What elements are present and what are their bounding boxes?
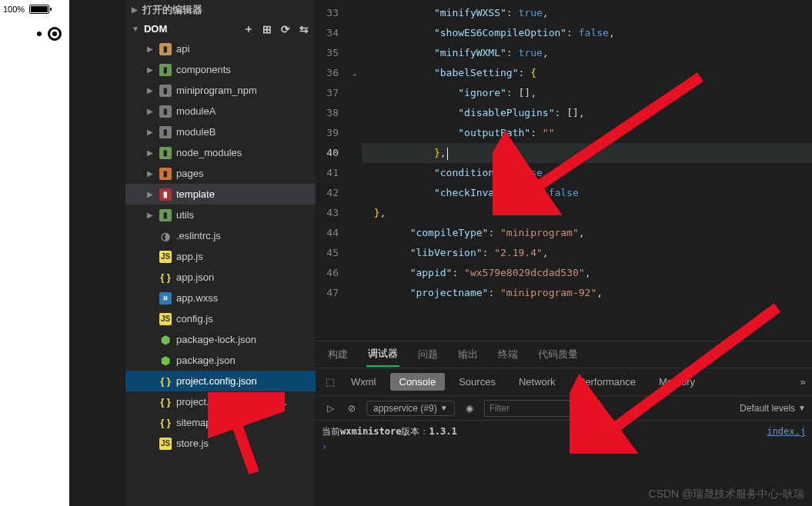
file-icon: { } — [159, 396, 172, 408]
file-icon: JS — [159, 438, 172, 450]
chevron-right-icon: › — [322, 441, 332, 452]
console-message: 当前wxministore版本：1.3.1 index.j — [322, 424, 806, 439]
file-label: store.js — [176, 438, 209, 449]
file-label: config.js — [176, 313, 213, 325]
folder-icon: ▮ — [159, 126, 172, 138]
console-prompt-line[interactable]: › — [322, 439, 806, 454]
log-levels-selector[interactable]: Default levels ▼ — [733, 401, 812, 415]
folder-components[interactable]: ▶▮components — [125, 59, 316, 80]
chevron-right-icon: ▶ — [147, 107, 155, 115]
chevron-right-icon: ▶ — [147, 86, 155, 95]
more-tabs-icon[interactable]: » — [794, 376, 812, 388]
folder-label: node_modules — [176, 147, 242, 158]
folder-icon: ▮ — [159, 188, 172, 201]
code-content[interactable]: "minifyWXSS": true, "showES6CompileOptio… — [362, 0, 812, 341]
chevron-down-icon: ▼ — [798, 404, 806, 412]
devtools-tabs: ⬚ WxmlConsoleSourcesNetworkPerformanceMe… — [316, 368, 812, 396]
console-toolbar: ▷ ⊘ appservice (#9) ▼ ◉ Default levels ▼ — [316, 396, 812, 421]
file-icon: ⌗ — [159, 292, 172, 305]
panel-tab-0[interactable]: 构建 — [326, 343, 349, 366]
panel-tab-3[interactable]: 输出 — [456, 343, 480, 366]
open-editors-label: 打开的编辑器 — [142, 3, 202, 17]
folder-label: template — [176, 188, 215, 200]
device-blank-area — [0, 49, 69, 506]
file-icon: JS — [159, 251, 172, 263]
panel-tab-1[interactable]: 调试器 — [366, 342, 399, 367]
open-editors-header[interactable]: ▶ 打开的编辑器 — [125, 0, 316, 19]
panel-tab-4[interactable]: 终端 — [496, 343, 520, 366]
file-icon: { } — [159, 271, 172, 284]
panel-tabs-primary: 构建调试器问题输出终端代码质量 — [316, 341, 812, 368]
devtools-tab-sources[interactable]: Sources — [449, 373, 505, 391]
devtools-tab-wxml[interactable]: Wxml — [342, 373, 386, 391]
chevron-right-icon: ▶ — [147, 190, 155, 198]
folder-icon: ▮ — [159, 85, 172, 97]
file-label: .eslintrc.js — [176, 230, 221, 241]
filter-input[interactable] — [484, 400, 600, 417]
new-file-icon[interactable]: ＋ — [242, 22, 256, 36]
folder-label: pages — [176, 168, 203, 179]
folder-moduleA[interactable]: ▶▮moduleA — [125, 101, 316, 122]
file-config-js[interactable]: JSconfig.js — [125, 308, 316, 329]
chevron-right-icon: ▶ — [147, 148, 155, 157]
chevron-right-icon: ▶ — [147, 211, 155, 219]
project-root-header[interactable]: ▼ DOM ＋ ⊞ ⟳ ⇆ — [125, 19, 316, 38]
devtools-tab-console[interactable]: Console — [390, 373, 446, 391]
file--eslintrc-js[interactable]: ◑.eslintrc.js — [125, 225, 316, 246]
devtools-tab-performance[interactable]: Performance — [570, 373, 645, 391]
context-label: appservice (#9) — [373, 403, 437, 414]
file-project-private-config-js---[interactable]: { }project.private.config.js... — [125, 391, 316, 412]
folder-icon: ▮ — [159, 209, 172, 221]
file-store-js[interactable]: JSstore.js — [125, 433, 316, 454]
file-project-config-json[interactable]: { }project.config.json — [125, 371, 316, 391]
folder-node_modules[interactable]: ▶▮node_modules — [125, 142, 316, 163]
devtools-tab-network[interactable]: Network — [510, 373, 565, 391]
devtools-tab-memory[interactable]: Memory — [650, 373, 704, 391]
folder-miniprogram_npm[interactable]: ▶▮miniprogram_npm — [125, 80, 316, 101]
play-icon[interactable]: ▷ — [323, 403, 337, 414]
folder-moduleB[interactable]: ▶▮moduleB — [125, 122, 316, 142]
folder-icon: ▮ — [159, 168, 172, 180]
file-label: project.config.json — [176, 375, 257, 387]
panel-tab-5[interactable]: 代码质量 — [536, 343, 580, 366]
target-icon[interactable] — [48, 27, 62, 41]
chevron-right-icon: ▶ — [147, 65, 155, 74]
refresh-icon[interactable]: ⟳ — [279, 23, 292, 35]
folder-label: api — [176, 43, 189, 55]
chevron-right-icon: ▶ — [132, 5, 138, 14]
clear-icon[interactable]: ⊘ — [345, 403, 359, 414]
code-editor[interactable]: 333435363738394041424344454647 ⌄ "minify… — [316, 0, 812, 341]
folder-label: moduleB — [176, 126, 216, 138]
folder-icon: ▮ — [159, 105, 172, 118]
file-label: app.js — [176, 251, 203, 262]
context-selector[interactable]: appservice (#9) ▼ — [366, 401, 455, 416]
collapse-icon[interactable]: ⇆ — [297, 23, 311, 35]
folder-label: moduleA — [176, 105, 216, 117]
panel-tab-2[interactable]: 问题 — [416, 343, 439, 366]
file-label: project.private.config.js... — [176, 396, 287, 408]
folder-label: components — [176, 64, 231, 75]
explorer-sidebar: ▶ 打开的编辑器 ▼ DOM ＋ ⊞ ⟳ ⇆ ▶▮api▶▮components… — [125, 0, 316, 506]
source-link[interactable]: index.j — [767, 426, 806, 437]
file-icon: ◑ — [159, 230, 172, 242]
file-package-lock-json[interactable]: ⬢package-lock.json — [125, 329, 316, 350]
file-app-wxss[interactable]: ⌗app.wxss — [125, 288, 316, 308]
inspect-icon[interactable]: ⬚ — [323, 376, 337, 388]
folder-api[interactable]: ▶▮api — [125, 38, 316, 59]
chevron-down-icon: ▼ — [440, 404, 448, 412]
file-sitemap-json[interactable]: { }sitemap.json — [125, 412, 316, 433]
file-app-json[interactable]: { }app.json — [125, 267, 316, 288]
levels-label: Default levels — [740, 403, 795, 414]
watermark-text: CSDN @瑞晟技术服务中心-耿瑞 — [649, 488, 804, 501]
file-icon: ⬢ — [159, 355, 172, 367]
file-app-js[interactable]: JSapp.js — [125, 246, 316, 267]
file-icon: { } — [159, 375, 172, 388]
eye-icon[interactable]: ◉ — [463, 403, 476, 414]
device-controls — [0, 18, 69, 49]
folder-utils[interactable]: ▶▮utils — [125, 205, 316, 225]
folder-template[interactable]: ▶▮template — [125, 184, 316, 205]
file-package-json[interactable]: ⬢package.json — [125, 350, 316, 371]
new-folder-icon[interactable]: ⊞ — [260, 23, 274, 35]
main-area: 333435363738394041424344454647 ⌄ "minify… — [316, 0, 812, 506]
folder-pages[interactable]: ▶▮pages — [125, 163, 316, 184]
